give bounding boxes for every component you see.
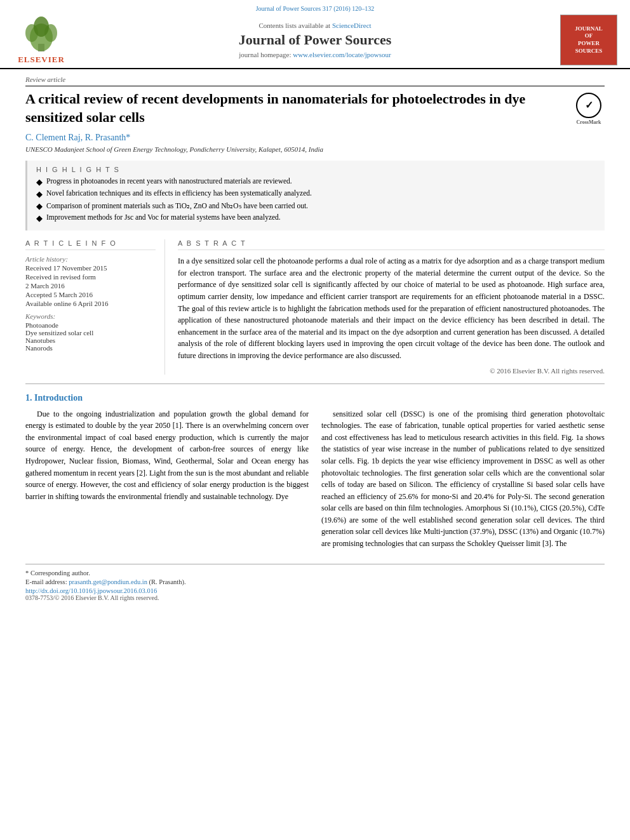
highlight-item-1: ◆ Progress in photoanodes in recent year… [36,177,596,187]
crossmark-label: CrossMark [577,119,601,126]
section-divider [25,383,605,384]
article-history-group: Article history: Received 17 November 20… [25,255,156,307]
intro-col-right: sensitized solar cell (DSSC) is one of t… [321,408,605,555]
elsevier-tree-icon [19,15,64,53]
bullet-icon-2: ◆ [36,189,43,199]
keyword-3: Nanotubes [25,337,156,344]
introduction-section: 1. Introduction Due to the ongoing indus… [25,393,605,555]
highlight-item-2: ◆ Novel fabrication techniques and its e… [36,189,596,199]
abstract-text: In a dye sensitized solar cell the photo… [178,255,605,361]
sciencedirect-link[interactable]: ScienceDirect [332,22,372,29]
affiliation-text: UNESCO Madanjeet School of Green Energy … [25,145,605,153]
homepage-line: journal homepage: www.elsevier.com/locat… [70,51,560,58]
introduction-body: Due to the ongoing industrialization and… [25,408,605,555]
journal-ref-text: Journal of Power Sources 317 (2016) 120–… [256,5,375,12]
elsevier-brand-text: ELSEVIER [18,55,65,65]
article-info-column: A R T I C L E I N F O Article history: R… [25,239,165,374]
elsevier-logo: ELSEVIER [13,15,70,65]
email-line: E-mail address: prasanth.get@pondiun.edu… [25,578,605,585]
keywords-section: Keywords: Photoanode Dye sensitized sola… [25,312,156,352]
main-content: Review article A critical review of rece… [0,69,630,614]
highlights-title: H I G H L I G H T S [36,166,596,173]
contents-available: Contents lists available at ScienceDirec… [70,22,560,29]
copyright-line: © 2016 Elsevier B.V. All rights reserved… [178,367,605,375]
revised-date: 2 March 2016 [25,282,156,290]
article-info-abstract-section: A R T I C L E I N F O Article history: R… [25,239,605,374]
author-email[interactable]: prasanth.get@pondiun.edu.in [69,578,147,585]
homepage-url: www.elsevier.com/locate/jpowsour [293,51,391,58]
abstract-header: A B S T R A C T [178,239,605,250]
crossmark-icon: ✓ [576,93,601,118]
introduction-title: 1. Introduction [25,393,605,403]
paper-title-section: A critical review of recent developments… [25,90,605,126]
paper-title-text: A critical review of recent developments… [25,90,573,126]
authors-line: C. Clement Raj, R. Prasanth* [25,133,605,143]
article-type-label: Review article [25,76,605,86]
article-info-header: A R T I C L E I N F O [25,239,156,250]
journal-center: Contents lists available at ScienceDirec… [70,22,560,58]
footnote-section: * Corresponding author. E-mail address: … [25,564,605,601]
keywords-label: Keywords: [25,312,156,320]
corresponding-author-line: * Corresponding author. [25,570,605,577]
journal-logo-right: JOURNALOFPOWERSOURCES [560,15,617,65]
highlights-section: H I G H L I G H T S ◆ Progress in photoa… [25,161,605,230]
highlight-item-4: ◆ Improvement methods for Jsc and Voc fo… [36,213,596,223]
doi-line: http://dx.doi.org/10.1016/j.jpowsour.201… [25,587,605,594]
bullet-icon-1: ◆ [36,177,43,187]
available-date: Available online 6 April 2016 [25,300,156,307]
keyword-4: Nanorods [25,344,156,352]
bullet-icon-4: ◆ [36,213,43,223]
journal-header: Journal of Power Sources 317 (2016) 120–… [0,0,630,69]
crossmark-badge: ✓ CrossMark [573,93,605,126]
journal-ref-line: Journal of Power Sources 317 (2016) 120–… [0,0,630,12]
keyword-2: Dye sensitized solar cell [25,329,156,337]
received-revised-label: Received in revised form [25,273,156,281]
accepted-date: Accepted 5 March 2016 [25,291,156,298]
abstract-column: A B S T R A C T In a dye sensitized sola… [178,239,605,374]
issn-rights-line: 0378-7753/© 2016 Elsevier B.V. All right… [25,594,605,601]
received-date: Received 17 November 2015 [25,264,156,272]
intro-para-1-left: Due to the ongoing industrialization and… [25,408,309,503]
keyword-1: Photoanode [25,321,156,329]
intro-para-1-right: sensitized solar cell (DSSC) is one of t… [321,408,605,550]
history-label: Article history: [25,255,156,263]
journal-title: Journal of Power Sources [70,32,560,48]
highlight-item-3: ◆ Comparison of prominent materials such… [36,201,596,211]
bullet-icon-3: ◆ [36,201,43,211]
intro-col-left: Due to the ongoing industrialization and… [25,408,309,555]
svg-point-4 [34,17,49,37]
